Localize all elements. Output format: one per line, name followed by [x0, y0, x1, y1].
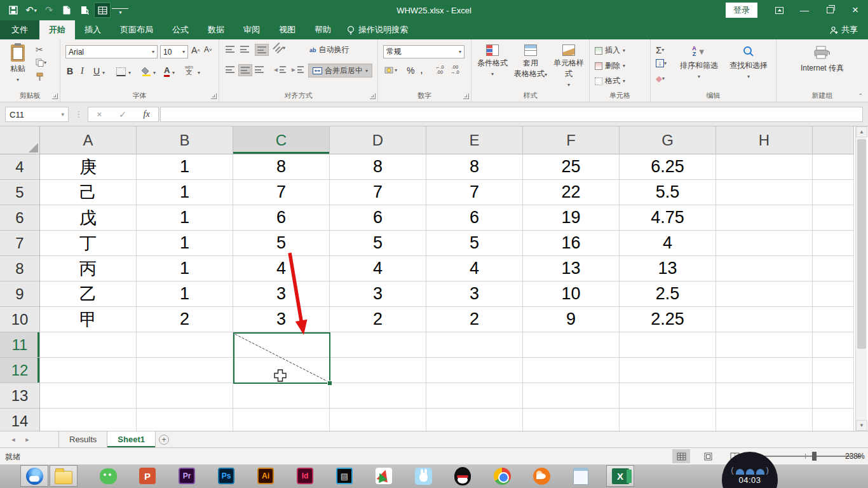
- cell-partial-5[interactable]: [813, 180, 854, 205]
- borders-dropdown[interactable]: ▾: [128, 70, 131, 76]
- taskbar-illustrator-icon[interactable]: Ai: [252, 465, 280, 487]
- cell-C7[interactable]: 5: [233, 231, 330, 256]
- cell-H10[interactable]: [716, 307, 813, 332]
- cell-E9[interactable]: 3: [426, 281, 523, 307]
- cell-G11[interactable]: [620, 332, 716, 358]
- cell-H6[interactable]: [716, 205, 813, 231]
- cell-D11[interactable]: [330, 332, 426, 358]
- cell-B14[interactable]: [137, 409, 233, 431]
- taskbar-media-kite-app-icon[interactable]: [370, 465, 398, 487]
- restore-button[interactable]: [817, 0, 843, 20]
- ribbon-tab-页面布局[interactable]: 页面布局: [111, 20, 163, 39]
- cell-A6[interactable]: 戊: [40, 205, 137, 231]
- row-header-10[interactable]: 10: [0, 307, 40, 332]
- cell-E12[interactable]: [426, 358, 523, 383]
- cell-H12[interactable]: [716, 358, 813, 383]
- cell-B10[interactable]: 2: [137, 307, 233, 332]
- cell-G7[interactable]: 4: [620, 231, 716, 256]
- cell-H13[interactable]: [716, 383, 813, 409]
- cell-C10[interactable]: 3: [233, 307, 330, 332]
- cell-F13[interactable]: [523, 383, 620, 409]
- cell-D12[interactable]: [330, 358, 426, 383]
- row-header-9[interactable]: 9: [0, 281, 40, 307]
- cell-B9[interactable]: 1: [137, 281, 233, 307]
- increase-indent-icon[interactable]: ►: [290, 66, 304, 73]
- cell-F12[interactable]: [523, 358, 620, 383]
- save-icon[interactable]: [5, 3, 22, 18]
- cell-A11[interactable]: [40, 332, 137, 358]
- align-top-icon[interactable]: [226, 46, 234, 53]
- cell-B5[interactable]: 1: [137, 180, 233, 205]
- cell-partial-8[interactable]: [813, 256, 854, 281]
- wrap-text-button[interactable]: ab 自动换行: [309, 44, 349, 55]
- cell-D6[interactable]: 6: [330, 205, 426, 231]
- cell-G12[interactable]: [620, 358, 716, 383]
- page-layout-view-icon[interactable]: [699, 449, 717, 463]
- increase-decimal-icon[interactable]: ←.0.00: [435, 65, 444, 75]
- cell-A5[interactable]: 己: [40, 180, 137, 205]
- scroll-up-icon[interactable]: ▲: [856, 126, 867, 137]
- cell-partial-13[interactable]: [813, 383, 854, 409]
- taskbar-powerpoint-icon[interactable]: P: [133, 465, 161, 487]
- minimize-button[interactable]: —: [792, 0, 817, 20]
- collapse-ribbon-icon[interactable]: ⌃: [858, 93, 863, 99]
- cell-E11[interactable]: [426, 332, 523, 358]
- cell-E6[interactable]: 6: [426, 205, 523, 231]
- paste-button[interactable]: 粘贴▾: [5, 44, 31, 83]
- ribbon-tab-审阅[interactable]: 审阅: [234, 20, 269, 39]
- font-name-select[interactable]: Arial▾: [65, 45, 158, 58]
- clipboard-dialog-launcher[interactable]: [52, 93, 58, 99]
- find-select-button[interactable]: 查找和选择▾: [724, 44, 773, 80]
- selection-c11-c12[interactable]: [233, 332, 330, 384]
- cut-icon[interactable]: ✂: [36, 44, 43, 55]
- cell-styles-button[interactable]: 单元格样式▾: [550, 44, 587, 88]
- clear-button[interactable]: ◆▾: [656, 74, 665, 83]
- autosum-button[interactable]: Σ▾: [656, 44, 664, 55]
- row-header-13[interactable]: 13: [0, 383, 40, 409]
- accounting-format-icon[interactable]: ▾: [384, 66, 397, 74]
- cell-C5[interactable]: 7: [233, 180, 330, 205]
- cell-partial-7[interactable]: [813, 231, 854, 256]
- ribbon-display-options-icon[interactable]: [766, 0, 792, 20]
- cell-partial-10[interactable]: [813, 307, 854, 332]
- phonetic-guide-icon[interactable]: wén 文: [185, 65, 193, 75]
- taskbar-indesign-icon[interactable]: Id: [291, 465, 319, 487]
- cell-partial-12[interactable]: [813, 358, 854, 383]
- column-header-F[interactable]: F: [523, 126, 620, 154]
- cell-E7[interactable]: 5: [426, 231, 523, 256]
- cell-B6[interactable]: 1: [137, 205, 233, 231]
- cell-E5[interactable]: 7: [426, 180, 523, 205]
- taskbar-premiere-icon[interactable]: Pr: [173, 465, 201, 487]
- cell-B8[interactable]: 1: [137, 256, 233, 281]
- cell-C13[interactable]: [233, 383, 330, 409]
- cell-F10[interactable]: 9: [523, 307, 620, 332]
- align-bottom-icon[interactable]: [255, 44, 269, 56]
- taskbar-browser-icon[interactable]: [20, 465, 48, 487]
- cell-G8[interactable]: 13: [620, 256, 716, 281]
- taskbar-video-player-icon[interactable]: ▤: [330, 465, 358, 487]
- cell-A4[interactable]: 庚: [40, 154, 137, 180]
- print-preview-icon[interactable]: [76, 3, 93, 18]
- cell-A8[interactable]: 丙: [40, 256, 137, 281]
- font-size-select[interactable]: 10▾: [160, 45, 188, 58]
- cell-E4[interactable]: 8: [426, 154, 523, 180]
- column-header-partial[interactable]: [813, 126, 854, 154]
- vertical-scrollbar[interactable]: ▲ ▼: [855, 126, 867, 431]
- cell-C8[interactable]: 4: [233, 256, 330, 281]
- zoom-thumb[interactable]: [812, 452, 817, 461]
- cell-A9[interactable]: 乙: [40, 281, 137, 307]
- cell-B12[interactable]: [137, 358, 233, 383]
- copy-icon[interactable]: ▾: [36, 58, 46, 67]
- taskbar-video-rabbit-app-icon[interactable]: [409, 465, 437, 487]
- taskbar-photoshop-icon[interactable]: Ps: [212, 465, 240, 487]
- ribbon-tab-视图[interactable]: 视图: [269, 20, 305, 39]
- enter-icon[interactable]: ✓: [119, 109, 126, 119]
- cell-C4[interactable]: 8: [233, 154, 330, 180]
- cell-G9[interactable]: 2.5: [620, 281, 716, 307]
- percent-style-icon[interactable]: %: [407, 65, 414, 76]
- cell-D9[interactable]: 3: [330, 281, 426, 307]
- row-header-12[interactable]: 12: [0, 358, 40, 383]
- login-button[interactable]: 登录: [726, 3, 757, 18]
- column-header-A[interactable]: A: [40, 126, 137, 154]
- redo-button[interactable]: ↷: [41, 3, 57, 18]
